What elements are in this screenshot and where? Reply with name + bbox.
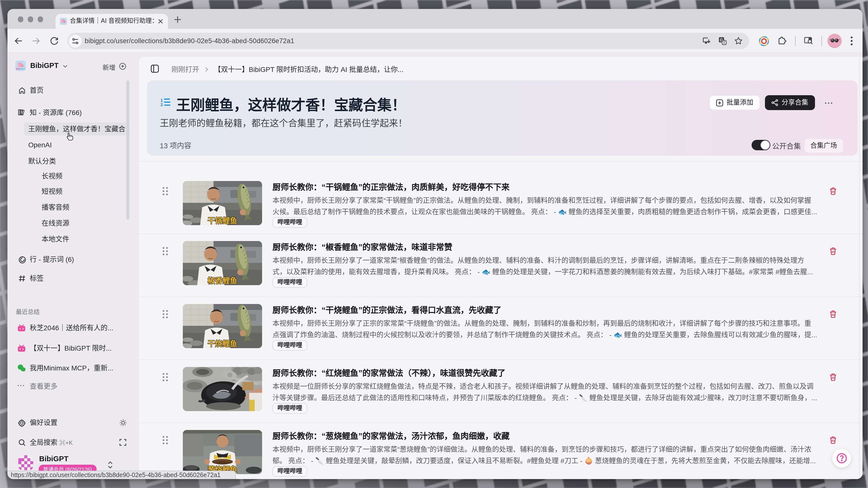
svg-text:干烧鲤鱼: 干烧鲤鱼 <box>208 340 237 348</box>
svg-text:椒香鲤鱼: 椒香鲤鱼 <box>208 277 237 285</box>
svg-text:BiBiGPT: BiBiGPT <box>16 68 25 70</box>
svg-text:干锅鲤鱼: 干锅鲤鱼 <box>208 217 237 225</box>
svg-text:文: 文 <box>722 40 726 45</box>
svg-text:2: 2 <box>160 103 162 106</box>
